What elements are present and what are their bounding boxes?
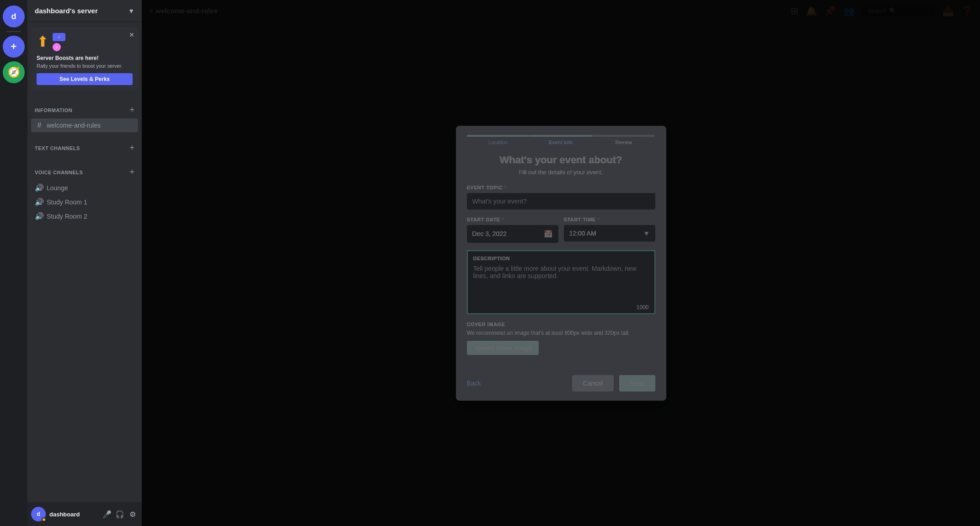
channel-lounge[interactable]: 🔊 Lounge xyxy=(31,181,138,195)
boost-small-icons: ✓ ♦ xyxy=(53,33,65,51)
description-char-count: 1000 xyxy=(468,304,654,313)
required-star: * xyxy=(504,185,507,190)
date-value: Dec 3, 2022 xyxy=(472,230,544,237)
step-label-location: Location xyxy=(488,140,508,145)
channel-study-room-2[interactable]: 🔊 Study Room 2 xyxy=(31,209,138,223)
text-channels-section-header[interactable]: TEXT CHANNELS + xyxy=(31,141,138,155)
add-text-channel-icon[interactable]: + xyxy=(129,143,134,153)
headset-icon[interactable]: 🎧 xyxy=(114,509,125,520)
member-icon[interactable]: 👤 xyxy=(121,122,128,129)
start-time-label: START TIME * xyxy=(564,217,655,222)
channel-study-room-1[interactable]: 🔊 Study Room 1 xyxy=(31,195,138,209)
required-star-time: * xyxy=(598,217,600,222)
step-bar-location xyxy=(467,135,530,137)
server-name: dashboard's server xyxy=(35,7,98,15)
modal-subtitle: Fill out the details of your event. xyxy=(467,169,655,176)
description-inner: DESCRIPTION 1000 xyxy=(468,251,654,313)
date-time-row: START DATE * Dec 3, 2022 📅 START TIME * xyxy=(467,217,655,243)
settings-icon[interactable]: ⚙ xyxy=(129,122,134,129)
step-event-info: Event Info xyxy=(530,135,592,145)
channel-welcome-and-rules[interactable]: # welcome-and-rules 👤 ⚙ xyxy=(31,118,138,132)
boost-badge-icon: ♦ xyxy=(53,43,61,51)
event-topic-label: EVENT TOPIC * xyxy=(467,185,655,190)
required-star-date: * xyxy=(502,217,504,222)
cover-image-label: COVER IMAGE xyxy=(467,322,655,327)
event-topic-input[interactable] xyxy=(467,193,655,209)
upload-cover-image-button[interactable]: Upload Cover Image xyxy=(467,341,539,355)
voice-icon-study1: 🔊 xyxy=(35,198,44,206)
see-levels-perks-button[interactable]: See Levels & Perks xyxy=(37,73,133,85)
date-input-wrapper[interactable]: Dec 3, 2022 📅 xyxy=(467,225,558,243)
description-textarea[interactable] xyxy=(468,261,654,302)
channel-list: dashboard's server ▼ ✕ ⬆ ✓ ♦ Server Boos… xyxy=(27,0,142,526)
cancel-button[interactable]: Cancel xyxy=(572,375,614,392)
text-channels-section: TEXT CHANNELS + xyxy=(27,134,142,158)
close-icon[interactable]: ✕ xyxy=(129,31,134,38)
modal-steps: Location Event Info Review xyxy=(456,126,666,145)
step-review: Review xyxy=(592,135,655,145)
voice-channels-title: VOICE CHANNELS xyxy=(35,170,83,175)
step-label-event-info: Event Info xyxy=(549,140,573,145)
voice-channels-section-header[interactable]: VOICE CHANNELS + xyxy=(31,166,138,179)
server-header[interactable]: dashboard's server ▼ xyxy=(27,0,142,22)
voice-icon-lounge: 🔊 xyxy=(35,183,44,192)
voice-icon-study2: 🔊 xyxy=(35,212,44,220)
main-content: # welcome-and-rules ⊞ 🔔 📌 👥 Search 🔍 📥 ❓… xyxy=(142,0,980,526)
back-button[interactable]: Back xyxy=(467,380,481,387)
boost-small-icon-1: ✓ xyxy=(53,33,65,41)
user-controls: 🎤 🎧 ⚙ xyxy=(102,509,138,520)
channel-name-study1: Study Room 1 xyxy=(47,199,87,206)
boost-subtext: Rally your friends to boost your server. xyxy=(37,63,133,69)
information-section-title: INFORMATION xyxy=(35,107,72,113)
boost-icon-area: ⬆ ✓ ♦ xyxy=(37,33,133,51)
text-channels-title: TEXT CHANNELS xyxy=(35,145,80,151)
channel-name-lounge: Lounge xyxy=(47,184,68,192)
avatar: d xyxy=(31,507,46,521)
next-button[interactable]: Next xyxy=(619,375,655,392)
text-channel-icon: # xyxy=(35,121,44,129)
event-modal: Location Event Info Review What's your e… xyxy=(456,126,666,401)
boost-arrow-icon: ⬆ xyxy=(37,33,49,51)
modal-body: What's your event about? Fill out the de… xyxy=(456,145,666,375)
boost-banner: ✕ ⬆ ✓ ♦ Server Boosts are here! Rally yo… xyxy=(31,27,138,91)
user-area: d dashboard 🎤 🎧 ⚙ xyxy=(27,502,142,526)
add-server-icon[interactable]: + xyxy=(3,36,25,58)
modal-backdrop: Location Event Info Review What's your e… xyxy=(142,0,980,526)
server-icon-main[interactable]: d xyxy=(3,5,25,27)
status-dot xyxy=(42,517,46,522)
time-value: 12:00 AM xyxy=(569,230,643,237)
add-voice-channel-icon[interactable]: + xyxy=(129,167,134,177)
cover-image-section: COVER IMAGE We recommend an image that's… xyxy=(467,322,655,355)
information-section: INFORMATION + # welcome-and-rules 👤 ⚙ xyxy=(27,96,142,134)
information-section-header[interactable]: INFORMATION + xyxy=(31,103,138,117)
channel-name-study2: Study Room 2 xyxy=(47,213,87,220)
step-bar-event-info xyxy=(530,135,592,137)
sidebar-divider xyxy=(6,31,21,32)
microphone-icon[interactable]: 🎤 xyxy=(102,509,112,520)
icon-sidebar: d + 🧭 xyxy=(0,0,27,526)
time-select-wrapper[interactable]: 12:00 AM ▼ xyxy=(564,225,655,242)
start-date-label: START DATE * xyxy=(467,217,558,222)
description-label: DESCRIPTION xyxy=(468,251,654,261)
modal-title: What's your event about? xyxy=(467,154,655,166)
boost-title: Server Boosts are here! xyxy=(37,55,133,61)
description-field: DESCRIPTION 1000 xyxy=(467,250,655,314)
username: dashboard xyxy=(49,511,98,518)
settings-user-icon[interactable]: ⚙ xyxy=(127,509,138,520)
calendar-icon: 📅 xyxy=(544,230,553,238)
step-label-review: Review xyxy=(616,140,632,145)
discover-icon[interactable]: 🧭 xyxy=(3,61,25,83)
start-time-field: START TIME * 12:00 AM ▼ xyxy=(564,217,655,243)
chevron-down-icon: ▼ xyxy=(128,7,134,15)
channel-name-welcome: welcome-and-rules xyxy=(47,122,101,129)
start-date-field: START DATE * Dec 3, 2022 📅 xyxy=(467,217,558,243)
step-location: Location xyxy=(467,135,530,145)
chevron-down-time-icon: ▼ xyxy=(643,230,650,237)
event-topic-field: EVENT TOPIC * xyxy=(467,185,655,209)
voice-channels-section: VOICE CHANNELS + 🔊 Lounge 🔊 Study Room 1… xyxy=(27,158,142,225)
cover-image-hint: We recommend an image that's at least 80… xyxy=(467,330,655,336)
add-channel-icon[interactable]: + xyxy=(129,105,134,115)
modal-footer: Back Cancel Next xyxy=(456,375,666,401)
footer-right-buttons: Cancel Next xyxy=(572,375,655,392)
step-bar-review xyxy=(592,135,655,137)
